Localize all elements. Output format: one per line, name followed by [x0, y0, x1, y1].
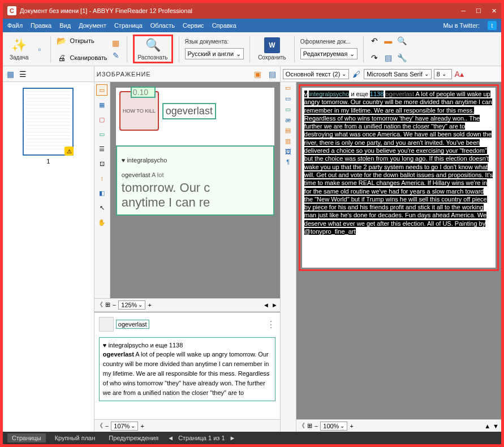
recognize-button[interactable]: 🔍 Распознать: [133, 35, 173, 63]
binoculars-icon[interactable]: 🔍: [397, 36, 407, 46]
collapse-icon[interactable]: 《: [299, 422, 305, 430]
list-view-icon[interactable]: ☰: [18, 69, 28, 79]
tool-b-icon[interactable]: ▭: [285, 95, 291, 102]
picture-area-icon[interactable]: ▢: [96, 114, 107, 125]
zoom-out-icon[interactable]: −: [105, 423, 109, 429]
font-select[interactable]: Microsoft Sans Serif ⌄: [364, 69, 431, 79]
font-grow-icon[interactable]: A▴: [454, 69, 464, 79]
table-area-icon[interactable]: ▦: [96, 99, 107, 110]
scroll-right-icon[interactable]: ►: [272, 302, 278, 308]
username: ogeverlast: [162, 103, 216, 119]
folder-open-icon: 📂: [57, 36, 67, 46]
tool-a-icon[interactable]: ▭: [285, 84, 291, 92]
menu-edit[interactable]: Правка: [31, 22, 51, 29]
font-size-select[interactable]: 8 ⌄: [434, 69, 452, 79]
prev-page-icon[interactable]: ◄: [167, 435, 174, 441]
pilcrow-icon[interactable]: ¶: [286, 158, 290, 165]
image-zoom-bar: 《 ⊞ − 125% ⌄ + ◄ ►: [94, 298, 280, 311]
zoom-value[interactable]: 100% ⌄: [320, 422, 347, 431]
edit-icon[interactable]: ✎: [111, 50, 121, 61]
scan-button[interactable]: 🖨 Сканировать: [57, 50, 107, 65]
save-button[interactable]: W Сохранить: [256, 36, 288, 62]
new-doc-icon[interactable]: ▫: [35, 44, 45, 54]
layers-icon[interactable]: ▤: [383, 53, 393, 63]
pages-panel: ▦ ☰ ⚠ 1: [3, 66, 94, 432]
scroll-down-icon[interactable]: ▼: [493, 423, 499, 429]
image-view[interactable]: 0.10 HOW TO KILL ogeverlast ♥ integralps…: [110, 82, 280, 298]
menu-file[interactable]: Файл: [7, 22, 23, 29]
menu-service[interactable]: Сервис: [183, 22, 204, 29]
tool-c-icon[interactable]: ▭: [285, 106, 291, 113]
warning-icon: ⚠: [64, 147, 74, 156]
statusbar: Страницы Крупный план Предупреждения ◄ С…: [3, 432, 501, 444]
brush-icon[interactable]: 🖌: [351, 69, 361, 79]
text-tools: ▭ ▭ ▭ æ ▤ ▥ 🖼 ¶: [281, 82, 296, 432]
scroll-left-icon[interactable]: ◄: [263, 302, 269, 308]
fit-icon[interactable]: ⊞: [307, 422, 312, 429]
settings-icon[interactable]: 🔧: [397, 53, 407, 63]
menu-help[interactable]: Справка: [212, 22, 236, 29]
status-tab-warnings[interactable]: Предупреждения: [104, 433, 163, 442]
order-icon[interactable]: ↕: [96, 173, 107, 184]
undo-icon[interactable]: ↶: [369, 36, 380, 46]
style-select[interactable]: Основной текст (2) ⌄: [283, 69, 350, 79]
page-thumbnail[interactable]: ⚠: [23, 88, 74, 156]
menu-document[interactable]: Документ: [79, 22, 106, 29]
tool-e-icon[interactable]: ▤: [285, 127, 291, 134]
twitter-icon[interactable]: t: [488, 21, 497, 30]
read-icon[interactable]: ▣: [253, 69, 263, 79]
menu-area[interactable]: Область: [150, 22, 175, 29]
zoom-value[interactable]: 107% ⌄: [111, 422, 138, 431]
menu-view[interactable]: Вид: [59, 22, 71, 29]
image-tool-icon[interactable]: 🖼: [285, 148, 291, 155]
redo-icon[interactable]: ↷: [369, 53, 380, 63]
zoom-out-icon[interactable]: −: [315, 423, 318, 429]
wand-icon: ✨: [11, 37, 27, 53]
pointer-icon[interactable]: ↖: [96, 202, 107, 213]
zoom-out-icon[interactable]: −: [113, 302, 116, 308]
next-page-icon[interactable]: ►: [230, 435, 236, 441]
collapse-icon[interactable]: 《: [97, 422, 103, 430]
zoom-in-icon[interactable]: +: [140, 423, 144, 429]
status-tab-closeup[interactable]: Крупный план: [50, 433, 100, 442]
task-button[interactable]: ✨ Задача: [7, 36, 31, 62]
image-panel: ИЗОБРАЖЕНИЕ ▣ ▤ ▭ ▦ ▢ ▭ ☰ ⊡ ↕ ◧ ↖ ✋: [94, 66, 281, 432]
fit-icon[interactable]: ⊞: [105, 301, 110, 308]
language-select[interactable]: Русский и англи⌄: [185, 48, 244, 59]
preview-body: ♥ integralpsycho и еще 1138 ogeverlast A…: [99, 337, 275, 401]
grid-view-icon[interactable]: ▦: [5, 69, 15, 79]
format-select[interactable]: Редактируемая⌄: [300, 48, 358, 59]
tool-f-icon[interactable]: ▥: [285, 137, 291, 145]
eraser-icon[interactable]: ◧: [96, 187, 107, 199]
close-button[interactable]: ✕: [492, 7, 497, 15]
scanner-icon: 🖨: [57, 53, 67, 63]
highlight-icon[interactable]: ▬: [383, 36, 393, 46]
word-icon: W: [264, 37, 280, 53]
open-button[interactable]: 📂 Открыть: [57, 33, 107, 48]
pages-icon[interactable]: ▦: [111, 38, 121, 48]
minimize-button[interactable]: ─: [461, 7, 466, 15]
image-panel-title: ИЗОБРАЖЕНИЕ: [97, 71, 248, 78]
text-content[interactable]: v integralpsycho и еще 1138 ogeverlast A…: [302, 88, 496, 268]
resize-icon[interactable]: ⊡: [96, 158, 107, 169]
magnify-doc-icon: 🔍: [145, 37, 161, 53]
menu-page[interactable]: Страница: [114, 22, 143, 29]
more-icon[interactable]: ⋮: [266, 319, 275, 330]
barcode-icon[interactable]: ☰: [96, 143, 107, 154]
analyze-icon[interactable]: ▤: [268, 69, 278, 79]
preview-zoom-bar: 《 − 107% ⌄ +: [94, 419, 280, 432]
collapse-icon[interactable]: 《: [97, 300, 103, 309]
hand-icon[interactable]: ✋: [96, 217, 107, 228]
scroll-up-icon[interactable]: ▲: [484, 423, 490, 429]
image-tools: ▭ ▦ ▢ ▭ ☰ ⊡ ↕ ◧ ↖ ✋: [94, 82, 110, 298]
lang-label: Язык документа:: [185, 38, 244, 45]
zoom-in-icon[interactable]: +: [350, 423, 353, 429]
text-area-icon[interactable]: ▭: [96, 84, 107, 96]
zoom-value[interactable]: 125% ⌄: [118, 300, 145, 310]
area-icon[interactable]: ▭: [96, 128, 107, 140]
special-char-icon[interactable]: æ: [285, 117, 291, 123]
maximize-button[interactable]: ☐: [476, 7, 481, 15]
status-tab-pages[interactable]: Страницы: [7, 433, 46, 442]
titlebar: C Документ без имени [1] - ABBYY FineRea…: [3, 3, 501, 19]
zoom-in-icon[interactable]: +: [148, 302, 151, 308]
